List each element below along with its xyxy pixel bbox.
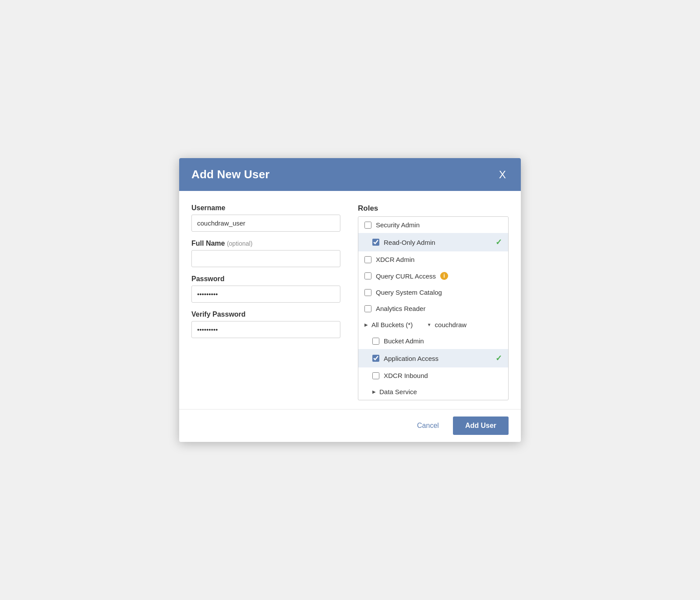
- role-label-xdcr-inbound: XDCR Inbound: [384, 372, 428, 379]
- username-label: Username: [191, 204, 340, 212]
- verify-password-label: Verify Password: [191, 311, 340, 318]
- fullname-label: Full Name (optional): [191, 240, 340, 247]
- add-user-button[interactable]: Add User: [453, 416, 509, 435]
- role-label-xdcr-admin: XDCR Admin: [376, 256, 414, 263]
- roles-list: Security Admin Read-Only Admin ✓ XDCR Ad…: [358, 217, 508, 400]
- role-checkbox-read-only-admin[interactable]: [372, 239, 379, 246]
- add-new-user-modal: Add New User X Username Full Name (optio…: [179, 158, 521, 442]
- fullname-optional: (optional): [227, 240, 252, 247]
- fullname-field-group: Full Name (optional): [191, 240, 340, 267]
- checkmark-icon-read-only-admin: ✓: [495, 237, 502, 247]
- info-icon-query-curl-access: i: [440, 272, 448, 280]
- arrow-right-icon-data-service: ▶: [372, 389, 376, 394]
- expander-label-couchdraw: couchdraw: [435, 321, 467, 328]
- username-input[interactable]: [191, 215, 340, 232]
- expander-label-data-service: Data Service: [379, 388, 417, 395]
- role-label-analytics-reader: Analytics Reader: [376, 305, 425, 312]
- role-item-xdcr-inbound[interactable]: XDCR Inbound: [358, 367, 508, 384]
- modal-body: Username Full Name (optional) Password V…: [179, 191, 521, 409]
- role-label-query-curl-access: Query CURL Access: [376, 272, 436, 280]
- fullname-input[interactable]: [191, 250, 340, 267]
- role-item-application-access[interactable]: Application Access ✓: [358, 349, 508, 367]
- cancel-button[interactable]: Cancel: [410, 418, 446, 433]
- arrow-down-icon: ▼: [427, 322, 431, 327]
- expander-label-all-buckets: All Buckets (*): [371, 321, 413, 328]
- role-item-read-only-admin[interactable]: Read-Only Admin ✓: [358, 233, 508, 251]
- role-checkbox-query-system-catalog[interactable]: [364, 289, 371, 296]
- role-checkbox-application-access[interactable]: [372, 355, 379, 362]
- role-checkbox-xdcr-admin[interactable]: [364, 256, 371, 263]
- modal-header: Add New User X: [179, 158, 521, 191]
- roles-label: Roles: [358, 204, 509, 213]
- arrow-right-icon: ▶: [364, 322, 368, 327]
- modal-title: Add New User: [191, 168, 270, 181]
- role-item-security-admin[interactable]: Security Admin: [358, 217, 508, 233]
- role-item-query-curl-access[interactable]: Query CURL Access i: [358, 268, 508, 284]
- left-panel: Username Full Name (optional) Password V…: [191, 204, 340, 400]
- role-checkbox-analytics-reader[interactable]: [364, 305, 371, 312]
- role-checkbox-xdcr-inbound[interactable]: [372, 372, 379, 379]
- modal-footer: Cancel Add User: [179, 409, 521, 442]
- role-label-security-admin: Security Admin: [376, 221, 420, 229]
- role-label-read-only-admin: Read-Only Admin: [384, 239, 435, 246]
- password-input[interactable]: [191, 286, 340, 303]
- role-label-bucket-admin: Bucket Admin: [384, 337, 424, 345]
- password-label: Password: [191, 275, 340, 283]
- role-label-query-system-catalog: Query System Catalog: [376, 289, 442, 296]
- right-panel: Roles Security Admin Read-Only Admin ✓: [358, 204, 509, 400]
- role-checkbox-security-admin[interactable]: [364, 222, 371, 229]
- username-field-group: Username: [191, 204, 340, 232]
- role-item-analytics-reader[interactable]: Analytics Reader: [358, 300, 508, 317]
- role-checkbox-query-curl-access[interactable]: [364, 272, 371, 279]
- role-item-bucket-admin[interactable]: Bucket Admin: [358, 333, 508, 349]
- role-checkbox-bucket-admin[interactable]: [372, 338, 379, 345]
- close-button[interactable]: X: [496, 169, 509, 181]
- checkmark-icon-application-access: ✓: [495, 353, 502, 363]
- role-item-query-system-catalog[interactable]: Query System Catalog: [358, 284, 508, 300]
- expander-all-buckets[interactable]: ▶ All Buckets (*): [358, 317, 419, 333]
- expander-couchdraw[interactable]: ▼ couchdraw: [421, 317, 473, 333]
- password-field-group: Password: [191, 275, 340, 303]
- role-label-application-access: Application Access: [384, 355, 438, 362]
- verify-password-input[interactable]: [191, 321, 340, 338]
- roles-list-container[interactable]: Security Admin Read-Only Admin ✓ XDCR Ad…: [358, 216, 509, 400]
- role-item-xdcr-admin[interactable]: XDCR Admin: [358, 251, 508, 268]
- verify-password-field-group: Verify Password: [191, 311, 340, 338]
- expander-data-service[interactable]: ▶ Data Service: [358, 384, 423, 400]
